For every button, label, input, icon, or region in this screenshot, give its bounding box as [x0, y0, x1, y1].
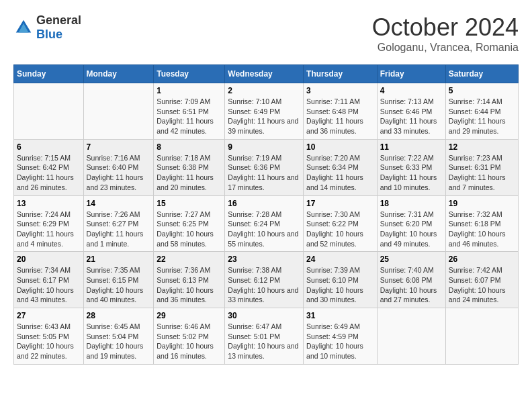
- day-number: 30: [228, 311, 300, 320]
- day-number: 29: [157, 311, 222, 320]
- day-info: Sunrise: 7:34 AM Sunset: 6:17 PM Dayligh…: [17, 265, 81, 305]
- day-info: Sunrise: 7:40 AM Sunset: 6:08 PM Dayligh…: [380, 265, 443, 305]
- calendar-cell: 12Sunrise: 7:23 AM Sunset: 6:31 PM Dayli…: [445, 139, 518, 195]
- day-number: 23: [228, 255, 300, 264]
- day-number: 24: [306, 255, 374, 264]
- calendar-cell: 19Sunrise: 7:32 AM Sunset: 6:18 PM Dayli…: [445, 195, 518, 252]
- day-number: 9: [228, 142, 300, 152]
- subtitle: Gologanu, Vrancea, Romania: [372, 42, 519, 54]
- day-number: 19: [449, 199, 515, 208]
- calendar-table: SundayMondayTuesdayWednesdayThursdayFrid…: [13, 64, 519, 365]
- calendar-cell: 13Sunrise: 7:24 AM Sunset: 6:29 PM Dayli…: [14, 195, 84, 252]
- day-number: 1: [157, 86, 222, 95]
- calendar-cell: 18Sunrise: 7:31 AM Sunset: 6:20 PM Dayli…: [377, 195, 445, 252]
- day-info: Sunrise: 7:15 AM Sunset: 6:42 PM Dayligh…: [17, 153, 81, 193]
- day-number: 11: [380, 142, 443, 152]
- calendar-cell: [83, 83, 154, 140]
- calendar-cell: 11Sunrise: 7:22 AM Sunset: 6:33 PM Dayli…: [377, 139, 445, 195]
- week-row-4: 20Sunrise: 7:34 AM Sunset: 6:17 PM Dayli…: [14, 252, 519, 308]
- weekday-header-monday: Monday: [83, 65, 154, 83]
- calendar-cell: 28Sunrise: 6:45 AM Sunset: 5:04 PM Dayli…: [83, 308, 154, 365]
- weekday-header-tuesday: Tuesday: [154, 65, 225, 83]
- main-title: October 2024: [372, 13, 519, 42]
- day-number: 20: [17, 255, 81, 264]
- day-info: Sunrise: 7:20 AM Sunset: 6:34 PM Dayligh…: [306, 153, 374, 193]
- logo-text: General Blue: [36, 13, 81, 42]
- weekday-header-friday: Friday: [377, 65, 445, 83]
- day-info: Sunrise: 7:26 AM Sunset: 6:27 PM Dayligh…: [87, 210, 151, 249]
- calendar-cell: 23Sunrise: 7:38 AM Sunset: 6:12 PM Dayli…: [225, 252, 304, 308]
- day-info: Sunrise: 7:27 AM Sunset: 6:25 PM Dayligh…: [157, 210, 222, 249]
- day-info: Sunrise: 7:30 AM Sunset: 6:22 PM Dayligh…: [306, 210, 374, 249]
- day-number: 2: [228, 86, 300, 95]
- day-info: Sunrise: 7:39 AM Sunset: 6:10 PM Dayligh…: [306, 265, 374, 305]
- day-info: Sunrise: 7:19 AM Sunset: 6:36 PM Dayligh…: [228, 153, 300, 193]
- weekday-header-sunday: Sunday: [14, 65, 84, 83]
- calendar-cell: 24Sunrise: 7:39 AM Sunset: 6:10 PM Dayli…: [304, 252, 378, 308]
- day-info: Sunrise: 6:45 AM Sunset: 5:04 PM Dayligh…: [87, 322, 151, 361]
- day-number: 28: [87, 311, 151, 320]
- day-info: Sunrise: 6:46 AM Sunset: 5:02 PM Dayligh…: [157, 322, 222, 361]
- logo-blue: Blue: [36, 28, 62, 41]
- day-number: 26: [449, 255, 515, 264]
- day-number: 7: [87, 142, 151, 152]
- calendar-cell: 1Sunrise: 7:09 AM Sunset: 6:51 PM Daylig…: [154, 83, 225, 140]
- day-number: 10: [306, 142, 374, 152]
- calendar-cell: 29Sunrise: 6:46 AM Sunset: 5:02 PM Dayli…: [154, 308, 225, 365]
- title-block: October 2024 Gologanu, Vrancea, Romania: [372, 13, 519, 54]
- day-number: 5: [449, 86, 515, 95]
- day-info: Sunrise: 7:32 AM Sunset: 6:18 PM Dayligh…: [449, 210, 515, 249]
- calendar-cell: 8Sunrise: 7:18 AM Sunset: 6:38 PM Daylig…: [154, 139, 225, 195]
- day-number: 31: [306, 311, 374, 320]
- day-number: 15: [157, 199, 222, 208]
- day-info: Sunrise: 7:09 AM Sunset: 6:51 PM Dayligh…: [157, 97, 222, 136]
- day-number: 25: [380, 255, 443, 264]
- logo-icon: [13, 17, 34, 38]
- day-number: 18: [380, 199, 443, 208]
- calendar-cell: 17Sunrise: 7:30 AM Sunset: 6:22 PM Dayli…: [304, 195, 378, 252]
- day-info: Sunrise: 7:11 AM Sunset: 6:48 PM Dayligh…: [306, 97, 374, 136]
- day-info: Sunrise: 7:35 AM Sunset: 6:15 PM Dayligh…: [87, 265, 151, 305]
- day-number: 13: [17, 199, 81, 208]
- calendar-cell: 25Sunrise: 7:40 AM Sunset: 6:08 PM Dayli…: [377, 252, 445, 308]
- calendar-cell: 20Sunrise: 7:34 AM Sunset: 6:17 PM Dayli…: [14, 252, 84, 308]
- calendar-cell: 6Sunrise: 7:15 AM Sunset: 6:42 PM Daylig…: [14, 139, 84, 195]
- logo: General Blue: [13, 13, 81, 42]
- calendar-cell: 15Sunrise: 7:27 AM Sunset: 6:25 PM Dayli…: [154, 195, 225, 252]
- day-info: Sunrise: 7:38 AM Sunset: 6:12 PM Dayligh…: [228, 265, 300, 305]
- day-info: Sunrise: 7:16 AM Sunset: 6:40 PM Dayligh…: [87, 153, 151, 193]
- calendar-cell: [377, 308, 445, 365]
- day-info: Sunrise: 7:23 AM Sunset: 6:31 PM Dayligh…: [449, 153, 515, 193]
- day-info: Sunrise: 7:28 AM Sunset: 6:24 PM Dayligh…: [228, 210, 300, 249]
- day-number: 22: [157, 255, 222, 264]
- week-row-2: 6Sunrise: 7:15 AM Sunset: 6:42 PM Daylig…: [14, 139, 519, 195]
- day-number: 14: [87, 199, 151, 208]
- day-info: Sunrise: 7:14 AM Sunset: 6:44 PM Dayligh…: [449, 97, 515, 136]
- calendar-cell: [14, 83, 84, 140]
- weekday-header-wednesday: Wednesday: [225, 65, 304, 83]
- day-info: Sunrise: 7:22 AM Sunset: 6:33 PM Dayligh…: [380, 153, 443, 193]
- day-number: 16: [228, 199, 300, 208]
- calendar-cell: 22Sunrise: 7:36 AM Sunset: 6:13 PM Dayli…: [154, 252, 225, 308]
- calendar-cell: 10Sunrise: 7:20 AM Sunset: 6:34 PM Dayli…: [304, 139, 378, 195]
- calendar-cell: 3Sunrise: 7:11 AM Sunset: 6:48 PM Daylig…: [304, 83, 378, 140]
- calendar-cell: 30Sunrise: 6:47 AM Sunset: 5:01 PM Dayli…: [225, 308, 304, 365]
- day-number: 17: [306, 199, 374, 208]
- calendar-cell: 9Sunrise: 7:19 AM Sunset: 6:36 PM Daylig…: [225, 139, 304, 195]
- day-number: 3: [306, 86, 374, 95]
- calendar-cell: 16Sunrise: 7:28 AM Sunset: 6:24 PM Dayli…: [225, 195, 304, 252]
- calendar-cell: 21Sunrise: 7:35 AM Sunset: 6:15 PM Dayli…: [83, 252, 154, 308]
- day-info: Sunrise: 7:18 AM Sunset: 6:38 PM Dayligh…: [157, 153, 222, 193]
- week-row-3: 13Sunrise: 7:24 AM Sunset: 6:29 PM Dayli…: [14, 195, 519, 252]
- calendar-cell: 5Sunrise: 7:14 AM Sunset: 6:44 PM Daylig…: [445, 83, 518, 140]
- day-number: 12: [449, 142, 515, 152]
- day-info: Sunrise: 7:10 AM Sunset: 6:49 PM Dayligh…: [228, 97, 300, 136]
- logo-general: General: [36, 13, 81, 27]
- day-info: Sunrise: 7:36 AM Sunset: 6:13 PM Dayligh…: [157, 265, 222, 305]
- weekday-header-thursday: Thursday: [304, 65, 378, 83]
- day-info: Sunrise: 7:31 AM Sunset: 6:20 PM Dayligh…: [380, 210, 443, 249]
- day-info: Sunrise: 7:24 AM Sunset: 6:29 PM Dayligh…: [17, 210, 81, 249]
- day-number: 27: [17, 311, 81, 320]
- calendar-cell: 14Sunrise: 7:26 AM Sunset: 6:27 PM Dayli…: [83, 195, 154, 252]
- calendar-cell: 4Sunrise: 7:13 AM Sunset: 6:46 PM Daylig…: [377, 83, 445, 140]
